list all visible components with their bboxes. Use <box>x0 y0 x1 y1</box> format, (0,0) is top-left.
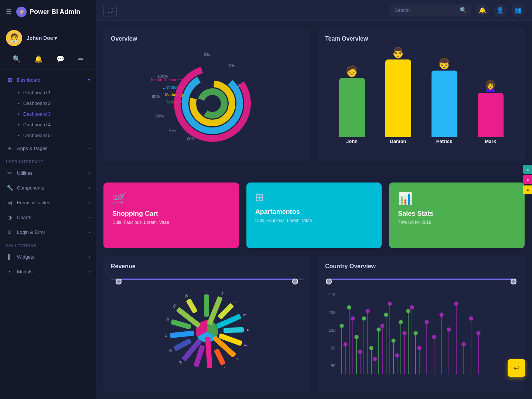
svg-rect-20 <box>207 296 223 325</box>
bell-icon[interactable]: 🔔 <box>34 55 42 63</box>
lollipop-chart: 110 105 100 95 90 <box>325 289 517 370</box>
country-thumb-left[interactable] <box>326 279 332 284</box>
expand-button[interactable]: ⛶ <box>103 4 117 17</box>
country-overview-card: Country Overview 110 105 100 95 90 <box>318 256 525 392</box>
svg-text:90: 90 <box>331 364 335 368</box>
shopping-cart-icon: 🛒 <box>112 191 230 205</box>
polar-svg: 0 1 2 3 4 5 6 7 8 9 10 11 12 13 <box>151 291 262 368</box>
svg-point-109 <box>454 302 458 306</box>
bar-group-patrick: 👦 Patrick <box>432 71 457 144</box>
shopping-cart-card[interactable]: 🛒 Shopping Cart Duis, Faucibus, Lorem, V… <box>103 183 239 248</box>
sidebar-item-widgets[interactable]: ▌ Widgets › <box>0 249 96 264</box>
svg-point-115 <box>477 331 480 335</box>
username[interactable]: Johen Doe ▾ <box>27 35 57 41</box>
sales-stats-card[interactable]: 📊 Sales Stats 70% Up for 2019 <box>389 183 525 248</box>
bar-label-patrick: Patrick <box>436 139 452 144</box>
sales-stats-sub: 70% Up for 2019 <box>398 220 516 225</box>
apartamentos-title: Apartamentos <box>255 208 373 216</box>
sales-stats-icon: 📊 <box>398 191 516 205</box>
sidebar-item-apps-pages[interactable]: ⊞ Apps & Pages › <box>0 141 96 156</box>
sidebar-item-components[interactable]: 🔧 Components › <box>0 180 96 195</box>
overview-title: Overview <box>111 35 303 42</box>
team-overview-title: Team Overview <box>325 35 517 42</box>
hamburger-icon[interactable]: ☰ <box>6 8 12 16</box>
svg-point-77 <box>414 331 417 335</box>
sidebar-item-dashboard-1[interactable]: Dashboard 1 <box>12 87 96 98</box>
search-icon[interactable]: 🔍 <box>13 55 21 63</box>
bar-group-damon: 👨 Damon <box>385 59 411 144</box>
search-input[interactable] <box>395 7 457 13</box>
action-cards-row: 🛒 Shopping Cart Duis, Faucibus, Lorem, V… <box>103 183 525 248</box>
sidebar-item-login-error[interactable]: ⊘ Login & Error › <box>0 225 96 239</box>
svg-point-99 <box>417 346 421 350</box>
revenue-card: Revenue <box>103 256 310 392</box>
login-error-icon: ⊘ <box>6 228 13 236</box>
svg-text:0%: 0% <box>204 52 210 57</box>
bar-patrick <box>432 71 457 137</box>
floating-action-button[interactable]: ↩ <box>508 359 525 377</box>
sidebar-item-dashboard-5[interactable]: Dashboard 5 <box>12 130 96 141</box>
svg-text:7: 7 <box>223 366 226 368</box>
bar-john <box>339 78 365 137</box>
mini-btn-pink[interactable]: ■ <box>523 175 532 184</box>
apartamentos-card[interactable]: ⊞ Apartamentos Duis, Faucibus, Lorem, Vi… <box>246 183 382 248</box>
sidebar-item-charts[interactable]: ◑ Charts › <box>0 210 96 225</box>
damon-avatar: 👨 <box>392 47 405 59</box>
svg-text:11: 11 <box>168 348 173 353</box>
charts-icon: ◑ <box>6 214 13 221</box>
svg-rect-21 <box>218 303 234 320</box>
modals-arrow: › <box>89 269 90 274</box>
svg-text:90%: 90% <box>152 94 160 99</box>
sidebar-item-dashboard-2[interactable]: Dashboard 2 <box>12 98 96 109</box>
topbar: ⛶ 🔍 🔔 👤 👥 <box>96 0 532 21</box>
svg-text:0: 0 <box>206 291 208 292</box>
chat-icon[interactable]: 💬 <box>56 55 64 63</box>
mini-btn-yellow[interactable]: ■ <box>523 185 532 194</box>
apps-pages-arrow: › <box>89 146 90 150</box>
mini-btn-teal[interactable]: ■ <box>523 165 532 174</box>
sidebar-item-dashboard[interactable]: ▦ Dashboard ▾ <box>0 72 96 87</box>
sidebar-item-modals[interactable]: ▪ Modals › <box>0 264 96 279</box>
svg-text:2: 2 <box>233 300 238 304</box>
users-button[interactable]: 👥 <box>511 4 525 17</box>
user-button[interactable]: 👤 <box>494 4 507 17</box>
country-slider[interactable] <box>325 276 517 283</box>
team-overview-card: Team Overview 🧑 John 👨 Damon 👦 <box>318 28 525 161</box>
sales-stats-title: Sales Stats <box>398 210 516 218</box>
widgets-icon: ▌ <box>6 253 13 260</box>
svg-point-95 <box>403 331 406 335</box>
sidebar-item-dashboard-3[interactable]: Dashboard 3 <box>12 109 96 119</box>
svg-text:13: 13 <box>165 318 170 322</box>
svg-text:95: 95 <box>331 346 335 350</box>
utilities-icon: ✏ <box>6 169 13 177</box>
revenue-slider[interactable] <box>111 276 303 283</box>
svg-text:10%: 10% <box>227 64 235 68</box>
collections-label: COLLECTIONS <box>0 239 96 249</box>
logout-icon[interactable]: ➡ <box>78 55 83 63</box>
shopping-cart-title: Shopping Cart <box>112 210 230 218</box>
svg-text:100: 100 <box>329 328 335 332</box>
sidebar-item-utilities[interactable]: ✏ Utilities › <box>0 166 96 180</box>
search-box[interactable]: 🔍 <box>390 4 471 16</box>
user-interface-label: USER INTERFACE <box>0 156 96 166</box>
svg-text:10: 10 <box>178 360 183 365</box>
svg-point-103 <box>432 335 436 339</box>
sidebar-item-forms-tables[interactable]: ▤ Forms & Tables › <box>0 195 96 210</box>
sub-nav-dashboard: Dashboard 1 Dashboard 2 Dashboard 3 Dash… <box>0 87 96 141</box>
range-thumb-right[interactable] <box>292 279 298 284</box>
range-track <box>111 279 303 280</box>
sidebar-item-dashboard-4[interactable]: Dashboard 4 <box>12 119 96 130</box>
sidebar-item-label: Dashboard <box>17 77 41 83</box>
country-thumb-right[interactable] <box>511 279 516 284</box>
range-thumb-left[interactable] <box>116 279 122 284</box>
svg-point-89 <box>381 324 384 328</box>
svg-point-91 <box>388 302 392 306</box>
donut-chart: 0% 10% 20% 30% 40% 50% 60% 70% 80% 90% 1… <box>111 48 303 151</box>
country-range-fill <box>331 279 512 280</box>
svg-point-85 <box>366 309 369 313</box>
svg-point-69 <box>384 313 388 317</box>
svg-point-105 <box>440 313 443 317</box>
notification-button[interactable]: 🔔 <box>476 4 489 17</box>
bar-label-mark: Mark <box>485 139 496 144</box>
sidebar-actions: 🔍 🔔 💬 ➡ <box>0 52 96 69</box>
